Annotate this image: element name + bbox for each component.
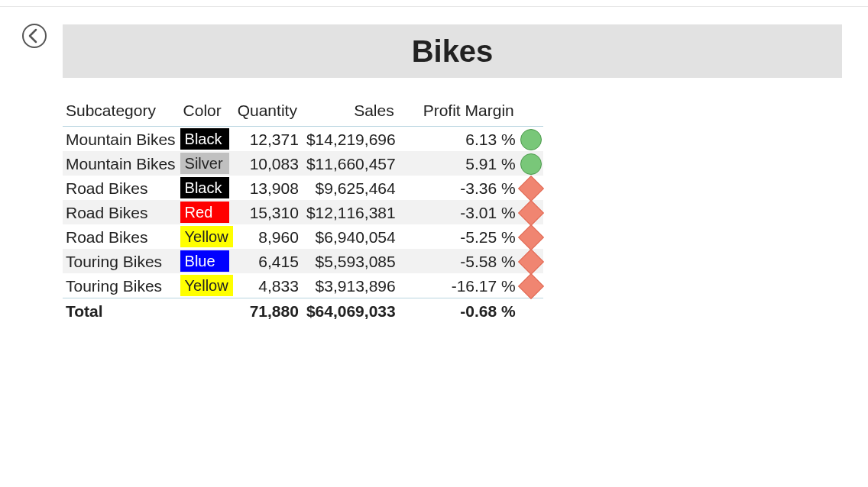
cell-subcategory: Mountain Bikes [63, 151, 180, 176]
kpi-good-circle-icon [520, 129, 542, 150]
kpi-bad-diamond-icon [518, 224, 544, 250]
cell-color: Black [180, 176, 235, 200]
cell-color: Silver [180, 151, 235, 176]
back-arrow-icon [21, 23, 47, 49]
kpi-bad-diamond-icon [518, 249, 544, 275]
back-button[interactable] [21, 23, 47, 49]
cell-color: Black [180, 127, 235, 152]
kpi-bad-diamond-icon [518, 176, 544, 202]
cell-quantity: 12,371 [235, 127, 303, 152]
cell-quantity: 4,833 [235, 273, 303, 298]
col-header-profit-margin[interactable]: Profit Margin [400, 98, 520, 127]
table-row[interactable]: Road BikesYellow8,960$6,940,054-5.25 % [63, 224, 543, 249]
total-quantity: 71,880 [235, 298, 303, 323]
cell-kpi [520, 249, 543, 273]
svg-point-0 [23, 24, 46, 47]
cell-quantity: 13,908 [235, 176, 303, 200]
cell-kpi [520, 273, 543, 298]
total-margin: -0.68 % [400, 298, 520, 323]
table-row[interactable]: Mountain BikesBlack12,371$14,219,6966.13… [63, 127, 543, 152]
col-header-subcategory[interactable]: Subcategory [63, 98, 180, 127]
color-chip: Silver [180, 153, 229, 174]
cell-color: Red [180, 200, 235, 224]
cell-quantity: 8,960 [235, 224, 303, 249]
cell-kpi [520, 200, 543, 224]
kpi-bad-diamond-icon [518, 200, 544, 226]
total-sales: $64,069,033 [303, 298, 400, 323]
cell-profit-margin: 5.91 % [400, 151, 520, 176]
cell-sales: $5,593,085 [303, 249, 400, 273]
cell-sales: $11,660,457 [303, 151, 400, 176]
cell-subcategory: Road Bikes [63, 200, 180, 224]
cell-kpi [520, 151, 543, 176]
total-label: Total [63, 298, 180, 323]
cell-subcategory: Touring Bikes [63, 249, 180, 273]
cell-profit-margin: -5.58 % [400, 249, 520, 273]
col-header-color[interactable]: Color [180, 98, 235, 127]
table-header-row: Subcategory Color Quantity Sales Profit … [63, 98, 543, 127]
table-row[interactable]: Touring BikesBlue6,415$5,593,085-5.58 % [63, 249, 543, 273]
cell-subcategory: Touring Bikes [63, 273, 180, 298]
cell-quantity: 10,083 [235, 151, 303, 176]
cell-subcategory: Road Bikes [63, 176, 180, 200]
cell-quantity: 6,415 [235, 249, 303, 273]
cell-subcategory: Road Bikes [63, 224, 180, 249]
cell-sales: $12,116,381 [303, 200, 400, 224]
col-header-sales[interactable]: Sales [303, 98, 400, 127]
cell-color: Yellow [180, 273, 235, 298]
cell-quantity: 15,310 [235, 200, 303, 224]
cell-color: Blue [180, 249, 235, 273]
table-total-row: Total 71,880 $64,069,033 -0.68 % [63, 298, 543, 323]
cell-sales: $3,913,896 [303, 273, 400, 298]
cell-profit-margin: -3.36 % [400, 176, 520, 200]
cell-profit-margin: -3.01 % [400, 200, 520, 224]
cell-color: Yellow [180, 224, 235, 249]
cell-sales: $6,940,054 [303, 224, 400, 249]
color-chip: Yellow [180, 275, 233, 296]
cell-kpi [520, 176, 543, 200]
kpi-bad-diamond-icon [518, 273, 544, 299]
table-row[interactable]: Road BikesRed15,310$12,116,381-3.01 % [63, 200, 543, 224]
cell-sales: $9,625,464 [303, 176, 400, 200]
cell-profit-margin: -5.25 % [400, 224, 520, 249]
color-chip: Blue [180, 250, 229, 272]
color-chip: Yellow [180, 226, 233, 247]
color-chip: Black [180, 177, 229, 198]
cell-profit-margin: 6.13 % [400, 127, 520, 152]
table-row[interactable]: Road BikesBlack13,908$9,625,464-3.36 % [63, 176, 543, 200]
cell-kpi [520, 224, 543, 249]
color-chip: Red [180, 202, 229, 223]
kpi-good-circle-icon [520, 153, 542, 175]
cell-subcategory: Mountain Bikes [63, 127, 180, 152]
cell-profit-margin: -16.17 % [400, 273, 520, 298]
report-table-container: Subcategory Color Quantity Sales Profit … [63, 98, 563, 322]
col-header-kpi [520, 98, 543, 127]
bikes-table: Subcategory Color Quantity Sales Profit … [63, 98, 543, 322]
page-title: Bikes [63, 24, 842, 78]
table-row[interactable]: Mountain BikesSilver10,083$11,660,4575.9… [63, 151, 543, 176]
table-row[interactable]: Touring BikesYellow4,833$3,913,896-16.17… [63, 273, 543, 298]
cell-sales: $14,219,696 [303, 127, 400, 152]
color-chip: Black [180, 128, 229, 150]
cell-kpi [520, 127, 543, 152]
window-top-border [0, 0, 868, 7]
col-header-quantity[interactable]: Quantity [235, 98, 303, 127]
